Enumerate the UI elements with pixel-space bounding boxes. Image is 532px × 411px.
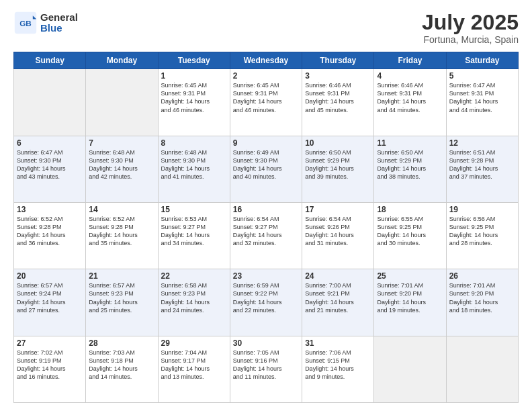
day-number: 8: [161, 138, 227, 148]
svg-text:GB: GB: [19, 19, 32, 28]
day-number: 15: [161, 205, 227, 214]
table-row: 13Sunrise: 6:52 AM Sunset: 9:28 PM Dayli…: [14, 202, 86, 269]
day-info: Sunrise: 6:48 AM Sunset: 9:30 PM Dayligh…: [89, 148, 154, 181]
table-row: [86, 69, 158, 136]
header-tuesday: Tuesday: [158, 52, 230, 69]
calendar-location: Fortuna, Murcia, Spain: [422, 34, 519, 45]
day-number: 28: [89, 338, 154, 348]
day-number: 12: [449, 138, 515, 148]
table-row: [374, 336, 446, 402]
day-info: Sunrise: 6:57 AM Sunset: 9:24 PM Dayligh…: [17, 281, 83, 314]
table-row: 6Sunrise: 6:47 AM Sunset: 9:30 PM Daylig…: [14, 136, 86, 202]
table-row: 10Sunrise: 6:50 AM Sunset: 9:29 PM Dayli…: [302, 136, 374, 202]
day-info: Sunrise: 7:01 AM Sunset: 9:20 PM Dayligh…: [377, 281, 443, 314]
logo-blue-text: Blue: [40, 23, 78, 34]
table-row: 24Sunrise: 7:00 AM Sunset: 9:21 PM Dayli…: [302, 269, 374, 336]
day-info: Sunrise: 7:01 AM Sunset: 9:20 PM Dayligh…: [449, 281, 515, 314]
day-info: Sunrise: 6:45 AM Sunset: 9:31 PM Dayligh…: [233, 81, 299, 114]
logo-text: General Blue: [40, 12, 78, 34]
day-info: Sunrise: 6:46 AM Sunset: 9:31 PM Dayligh…: [305, 81, 371, 114]
table-row: [14, 69, 86, 136]
day-info: Sunrise: 6:47 AM Sunset: 9:30 PM Dayligh…: [17, 148, 83, 181]
calendar-table: Sunday Monday Tuesday Wednesday Thursday…: [13, 52, 519, 403]
table-row: 4Sunrise: 6:46 AM Sunset: 9:31 PM Daylig…: [374, 69, 446, 136]
day-number: 17: [305, 205, 371, 214]
table-row: [446, 336, 518, 402]
day-info: Sunrise: 7:04 AM Sunset: 9:17 PM Dayligh…: [161, 349, 227, 381]
day-number: 27: [17, 338, 83, 348]
day-number: 30: [233, 338, 299, 348]
header-saturday: Saturday: [446, 52, 518, 69]
logo-icon: GB: [13, 11, 38, 35]
table-row: 15Sunrise: 6:53 AM Sunset: 9:27 PM Dayli…: [158, 202, 230, 269]
table-row: 21Sunrise: 6:57 AM Sunset: 9:23 PM Dayli…: [86, 269, 158, 336]
day-number: 16: [233, 205, 299, 214]
day-number: 31: [305, 338, 371, 348]
day-number: 24: [305, 271, 371, 281]
day-number: 7: [89, 138, 154, 148]
calendar-week-row: 6Sunrise: 6:47 AM Sunset: 9:30 PM Daylig…: [14, 136, 519, 202]
header-wednesday: Wednesday: [230, 52, 302, 69]
table-row: 2Sunrise: 6:45 AM Sunset: 9:31 PM Daylig…: [230, 69, 302, 136]
day-number: 3: [305, 71, 371, 81]
day-number: 26: [449, 271, 515, 281]
calendar-week-row: 1Sunrise: 6:45 AM Sunset: 9:31 PM Daylig…: [14, 69, 519, 136]
day-number: 23: [233, 271, 299, 281]
day-info: Sunrise: 6:54 AM Sunset: 9:26 PM Dayligh…: [305, 215, 371, 248]
day-info: Sunrise: 6:47 AM Sunset: 9:31 PM Dayligh…: [449, 81, 515, 114]
table-row: 22Sunrise: 6:58 AM Sunset: 9:23 PM Dayli…: [158, 269, 230, 336]
calendar-week-row: 13Sunrise: 6:52 AM Sunset: 9:28 PM Dayli…: [14, 202, 519, 269]
table-row: 5Sunrise: 6:47 AM Sunset: 9:31 PM Daylig…: [446, 69, 518, 136]
day-number: 9: [233, 138, 299, 148]
day-info: Sunrise: 7:03 AM Sunset: 9:18 PM Dayligh…: [89, 349, 154, 381]
header-monday: Monday: [86, 52, 158, 69]
header-thursday: Thursday: [302, 52, 374, 69]
day-number: 19: [449, 205, 515, 214]
table-row: 16Sunrise: 6:54 AM Sunset: 9:27 PM Dayli…: [230, 202, 302, 269]
calendar-week-row: 20Sunrise: 6:57 AM Sunset: 9:24 PM Dayli…: [14, 269, 519, 336]
day-info: Sunrise: 6:56 AM Sunset: 9:25 PM Dayligh…: [449, 215, 515, 248]
table-row: 11Sunrise: 6:50 AM Sunset: 9:29 PM Dayli…: [374, 136, 446, 202]
day-info: Sunrise: 6:52 AM Sunset: 9:28 PM Dayligh…: [17, 215, 83, 248]
page-header: GB General Blue July 2025 Fortuna, Murci…: [13, 11, 519, 45]
day-number: 5: [449, 71, 515, 81]
day-number: 13: [17, 205, 83, 214]
day-info: Sunrise: 7:02 AM Sunset: 9:19 PM Dayligh…: [17, 349, 83, 381]
day-number: 2: [233, 71, 299, 81]
table-row: 7Sunrise: 6:48 AM Sunset: 9:30 PM Daylig…: [86, 136, 158, 202]
day-info: Sunrise: 6:57 AM Sunset: 9:23 PM Dayligh…: [89, 281, 154, 314]
table-row: 17Sunrise: 6:54 AM Sunset: 9:26 PM Dayli…: [302, 202, 374, 269]
table-row: 20Sunrise: 6:57 AM Sunset: 9:24 PM Dayli…: [14, 269, 86, 336]
day-number: 18: [377, 205, 443, 214]
day-number: 4: [377, 71, 443, 81]
day-number: 29: [161, 338, 227, 348]
day-info: Sunrise: 7:00 AM Sunset: 9:21 PM Dayligh…: [305, 281, 371, 314]
day-number: 22: [161, 271, 227, 281]
table-row: 8Sunrise: 6:48 AM Sunset: 9:30 PM Daylig…: [158, 136, 230, 202]
day-info: Sunrise: 6:59 AM Sunset: 9:22 PM Dayligh…: [233, 281, 299, 314]
day-number: 20: [17, 271, 83, 281]
day-info: Sunrise: 7:05 AM Sunset: 9:16 PM Dayligh…: [233, 349, 299, 381]
title-block: July 2025 Fortuna, Murcia, Spain: [422, 11, 519, 45]
table-row: 27Sunrise: 7:02 AM Sunset: 9:19 PM Dayli…: [14, 336, 86, 402]
day-number: 1: [161, 71, 227, 81]
table-row: 25Sunrise: 7:01 AM Sunset: 9:20 PM Dayli…: [374, 269, 446, 336]
day-info: Sunrise: 6:58 AM Sunset: 9:23 PM Dayligh…: [161, 281, 227, 314]
table-row: 30Sunrise: 7:05 AM Sunset: 9:16 PM Dayli…: [230, 336, 302, 402]
day-number: 10: [305, 138, 371, 148]
day-info: Sunrise: 6:53 AM Sunset: 9:27 PM Dayligh…: [161, 215, 227, 248]
logo: GB General Blue: [13, 11, 78, 35]
day-info: Sunrise: 6:49 AM Sunset: 9:30 PM Dayligh…: [233, 148, 299, 181]
table-row: 19Sunrise: 6:56 AM Sunset: 9:25 PM Dayli…: [446, 202, 518, 269]
day-info: Sunrise: 6:52 AM Sunset: 9:28 PM Dayligh…: [89, 215, 154, 248]
calendar-week-row: 27Sunrise: 7:02 AM Sunset: 9:19 PM Dayli…: [14, 336, 519, 402]
calendar-title: July 2025: [422, 11, 519, 34]
table-row: 3Sunrise: 6:46 AM Sunset: 9:31 PM Daylig…: [302, 69, 374, 136]
table-row: 14Sunrise: 6:52 AM Sunset: 9:28 PM Dayli…: [86, 202, 158, 269]
table-row: 12Sunrise: 6:51 AM Sunset: 9:28 PM Dayli…: [446, 136, 518, 202]
header-sunday: Sunday: [14, 52, 86, 69]
day-info: Sunrise: 6:46 AM Sunset: 9:31 PM Dayligh…: [377, 81, 443, 114]
table-row: 26Sunrise: 7:01 AM Sunset: 9:20 PM Dayli…: [446, 269, 518, 336]
table-row: 18Sunrise: 6:55 AM Sunset: 9:25 PM Dayli…: [374, 202, 446, 269]
table-row: 31Sunrise: 7:06 AM Sunset: 9:15 PM Dayli…: [302, 336, 374, 402]
